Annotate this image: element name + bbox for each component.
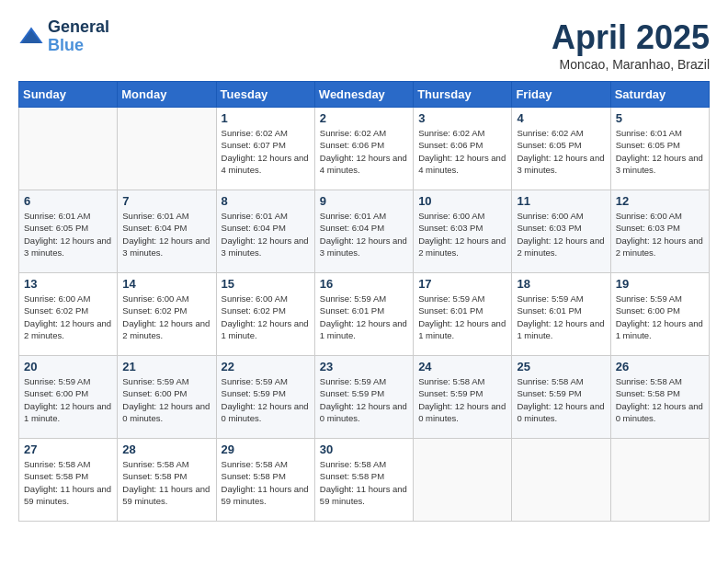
day-detail: Sunrise: 5:58 AM Sunset: 5:58 PM Dayligh… — [122, 458, 210, 507]
weekday-header: Friday — [512, 82, 610, 108]
calendar-day-cell: 12Sunrise: 6:00 AM Sunset: 6:03 PM Dayli… — [610, 190, 709, 273]
day-number: 21 — [122, 360, 210, 373]
calendar-day-cell: 3Sunrise: 6:02 AM Sunset: 6:06 PM Daylig… — [414, 108, 512, 190]
day-detail: Sunrise: 5:59 AM Sunset: 6:00 PM Dayligh… — [122, 375, 210, 424]
day-detail: Sunrise: 6:00 AM Sunset: 6:02 PM Dayligh… — [222, 293, 310, 341]
calendar-day-cell: 6Sunrise: 6:01 AM Sunset: 6:05 PM Daylig… — [19, 190, 118, 273]
weekday-header: Sunday — [19, 82, 118, 108]
calendar-day-cell: 23Sunrise: 5:59 AM Sunset: 5:59 PM Dayli… — [314, 356, 413, 439]
weekday-header: Tuesday — [216, 82, 314, 108]
calendar-day-cell: 13Sunrise: 6:00 AM Sunset: 6:02 PM Dayli… — [19, 273, 118, 356]
calendar-day-cell: 29Sunrise: 5:58 AM Sunset: 5:58 PM Dayli… — [216, 439, 314, 522]
day-number: 14 — [122, 277, 210, 291]
weekday-header: Wednesday — [314, 82, 413, 108]
month-title: April 2025 — [552, 18, 710, 57]
calendar-week-row: 13Sunrise: 6:00 AM Sunset: 6:02 PM Dayli… — [19, 273, 710, 356]
weekday-header: Thursday — [414, 82, 512, 108]
day-number: 15 — [222, 277, 310, 291]
day-detail: Sunrise: 5:58 AM Sunset: 5:58 PM Dayligh… — [222, 458, 310, 507]
day-detail: Sunrise: 6:00 AM Sunset: 6:03 PM Dayligh… — [517, 210, 605, 259]
calendar-day-cell: 19Sunrise: 5:59 AM Sunset: 6:00 PM Dayli… — [610, 273, 709, 356]
calendar-day-cell: 27Sunrise: 5:58 AM Sunset: 5:58 PM Dayli… — [19, 439, 118, 522]
calendar-day-cell: 8Sunrise: 6:01 AM Sunset: 6:04 PM Daylig… — [216, 190, 314, 273]
calendar-week-row: 20Sunrise: 5:59 AM Sunset: 6:00 PM Dayli… — [19, 356, 710, 439]
day-detail: Sunrise: 6:01 AM Sunset: 6:04 PM Dayligh… — [122, 210, 210, 259]
calendar-day-cell — [414, 439, 512, 522]
calendar-day-cell: 4Sunrise: 6:02 AM Sunset: 6:05 PM Daylig… — [512, 108, 610, 190]
day-number: 28 — [122, 442, 210, 456]
day-detail: Sunrise: 5:59 AM Sunset: 6:01 PM Dayligh… — [418, 293, 506, 341]
day-number: 1 — [222, 111, 310, 125]
calendar-day-cell: 18Sunrise: 5:59 AM Sunset: 6:01 PM Dayli… — [512, 273, 610, 356]
day-detail: Sunrise: 6:00 AM Sunset: 6:03 PM Dayligh… — [616, 210, 704, 259]
day-detail: Sunrise: 6:00 AM Sunset: 6:03 PM Dayligh… — [418, 210, 506, 259]
logo-icon — [18, 24, 44, 50]
calendar-day-cell: 28Sunrise: 5:58 AM Sunset: 5:58 PM Dayli… — [118, 439, 216, 522]
day-number: 11 — [517, 194, 605, 208]
logo-text: General Blue — [48, 18, 109, 55]
day-detail: Sunrise: 5:59 AM Sunset: 5:59 PM Dayligh… — [222, 375, 310, 424]
calendar-day-cell: 1Sunrise: 6:02 AM Sunset: 6:07 PM Daylig… — [216, 108, 314, 190]
day-number: 26 — [616, 360, 704, 373]
logo: General Blue — [18, 18, 109, 55]
day-number: 29 — [222, 442, 310, 456]
calendar-table: SundayMondayTuesdayWednesdayThursdayFrid… — [18, 81, 710, 522]
day-number: 5 — [616, 111, 704, 125]
day-number: 25 — [517, 360, 605, 373]
calendar-day-cell: 24Sunrise: 5:58 AM Sunset: 5:59 PM Dayli… — [414, 356, 512, 439]
day-number: 27 — [24, 442, 112, 456]
day-detail: Sunrise: 6:01 AM Sunset: 6:04 PM Dayligh… — [222, 210, 310, 259]
day-detail: Sunrise: 6:02 AM Sunset: 6:05 PM Dayligh… — [517, 127, 605, 176]
calendar-day-cell: 7Sunrise: 6:01 AM Sunset: 6:04 PM Daylig… — [118, 190, 216, 273]
calendar-day-cell: 20Sunrise: 5:59 AM Sunset: 6:00 PM Dayli… — [19, 356, 118, 439]
day-number: 4 — [517, 111, 605, 125]
day-number: 17 — [418, 277, 506, 291]
day-number: 20 — [24, 360, 112, 373]
day-detail: Sunrise: 6:00 AM Sunset: 6:02 PM Dayligh… — [122, 293, 210, 341]
day-number: 2 — [320, 111, 408, 125]
calendar-day-cell — [19, 108, 118, 190]
day-detail: Sunrise: 5:59 AM Sunset: 6:00 PM Dayligh… — [24, 375, 112, 424]
day-number: 22 — [222, 360, 310, 373]
day-detail: Sunrise: 5:59 AM Sunset: 5:59 PM Dayligh… — [320, 375, 408, 424]
day-detail: Sunrise: 6:02 AM Sunset: 6:07 PM Dayligh… — [222, 127, 310, 176]
location-subtitle: Moncao, Maranhao, Brazil — [552, 57, 710, 72]
day-detail: Sunrise: 6:01 AM Sunset: 6:05 PM Dayligh… — [616, 127, 704, 176]
day-number: 10 — [418, 194, 506, 208]
day-number: 3 — [418, 111, 506, 125]
title-area: April 2025 Moncao, Maranhao, Brazil — [552, 18, 710, 72]
day-number: 30 — [320, 442, 408, 456]
calendar-day-cell: 25Sunrise: 5:58 AM Sunset: 5:59 PM Dayli… — [512, 356, 610, 439]
calendar-day-cell: 2Sunrise: 6:02 AM Sunset: 6:06 PM Daylig… — [314, 108, 413, 190]
day-number: 18 — [517, 277, 605, 291]
logo-line2: Blue — [48, 37, 109, 55]
calendar-day-cell: 21Sunrise: 5:59 AM Sunset: 6:00 PM Dayli… — [118, 356, 216, 439]
day-number: 7 — [122, 194, 210, 208]
calendar-week-row: 6Sunrise: 6:01 AM Sunset: 6:05 PM Daylig… — [19, 190, 710, 273]
day-detail: Sunrise: 6:00 AM Sunset: 6:02 PM Dayligh… — [24, 293, 112, 341]
day-number: 24 — [418, 360, 506, 373]
day-detail: Sunrise: 6:01 AM Sunset: 6:05 PM Dayligh… — [24, 210, 112, 259]
calendar-day-cell: 26Sunrise: 5:58 AM Sunset: 5:58 PM Dayli… — [610, 356, 709, 439]
day-number: 6 — [24, 194, 112, 208]
calendar-day-cell — [610, 439, 709, 522]
calendar-day-cell: 30Sunrise: 5:58 AM Sunset: 5:58 PM Dayli… — [314, 439, 413, 522]
day-detail: Sunrise: 5:58 AM Sunset: 5:58 PM Dayligh… — [616, 375, 704, 424]
calendar-day-cell — [512, 439, 610, 522]
calendar-day-cell: 15Sunrise: 6:00 AM Sunset: 6:02 PM Dayli… — [216, 273, 314, 356]
calendar-day-cell: 22Sunrise: 5:59 AM Sunset: 5:59 PM Dayli… — [216, 356, 314, 439]
calendar-day-cell: 10Sunrise: 6:00 AM Sunset: 6:03 PM Dayli… — [414, 190, 512, 273]
calendar-day-cell: 9Sunrise: 6:01 AM Sunset: 6:04 PM Daylig… — [314, 190, 413, 273]
weekday-header: Monday — [118, 82, 216, 108]
day-number: 8 — [222, 194, 310, 208]
day-detail: Sunrise: 6:02 AM Sunset: 6:06 PM Dayligh… — [320, 127, 408, 176]
day-number: 13 — [24, 277, 112, 291]
day-detail: Sunrise: 5:59 AM Sunset: 6:01 PM Dayligh… — [320, 293, 408, 341]
day-detail: Sunrise: 6:02 AM Sunset: 6:06 PM Dayligh… — [418, 127, 506, 176]
day-detail: Sunrise: 5:59 AM Sunset: 6:00 PM Dayligh… — [616, 293, 704, 341]
day-number: 12 — [616, 194, 704, 208]
day-number: 23 — [320, 360, 408, 373]
calendar-day-cell: 17Sunrise: 5:59 AM Sunset: 6:01 PM Dayli… — [414, 273, 512, 356]
day-detail: Sunrise: 6:01 AM Sunset: 6:04 PM Dayligh… — [320, 210, 408, 259]
calendar-day-cell: 5Sunrise: 6:01 AM Sunset: 6:05 PM Daylig… — [610, 108, 709, 190]
